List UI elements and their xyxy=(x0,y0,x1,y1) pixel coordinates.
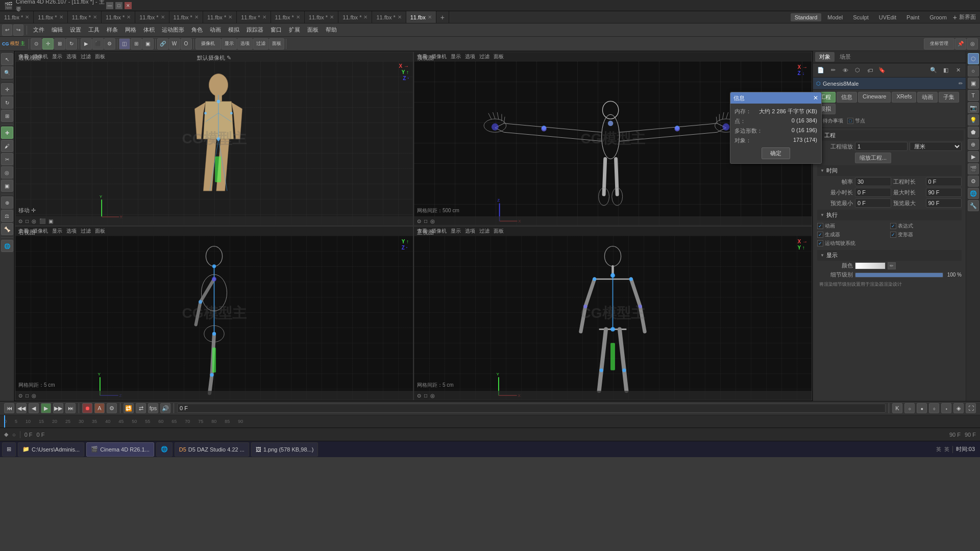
expr-checkbox[interactable]: ✓ xyxy=(890,223,896,229)
tool-rotate2[interactable]: ↻ xyxy=(1,96,13,109)
attr-tab-info[interactable]: 信息 xyxy=(837,92,857,103)
transport-key2[interactable]: ⬦ xyxy=(904,403,915,413)
taskbar-browser[interactable]: 🌐 xyxy=(156,442,173,457)
taskbar-c4d[interactable]: 🎬 Cinema 4D R26.1... xyxy=(86,442,154,457)
cam-filter[interactable]: 过滤 xyxy=(253,38,268,49)
timeline-playhead[interactable] xyxy=(4,415,5,428)
render-settings-btn[interactable]: ⚙ xyxy=(104,38,115,49)
rs-icon-anim[interactable]: ▶ xyxy=(968,151,979,162)
execute-section-header[interactable]: ▼ 执行 xyxy=(817,210,962,220)
transport-start[interactable]: ⏮ xyxy=(4,403,14,413)
vp-tr-filter[interactable]: 过滤 xyxy=(478,53,491,60)
menu-spline[interactable]: 样条 xyxy=(104,26,121,34)
transport-auto[interactable]: A xyxy=(94,403,105,413)
tab-10[interactable]: 11.fbx * ✕ xyxy=(305,11,338,23)
tool-paint[interactable]: 🖌 xyxy=(1,140,13,152)
info-close-btn[interactable]: ✕ xyxy=(813,94,818,102)
rs-icon-text[interactable]: T xyxy=(968,90,979,101)
rs-icon-globe[interactable]: 🌐 xyxy=(968,188,979,199)
display-iso[interactable]: ▣ xyxy=(142,38,154,49)
transport-key6[interactable]: ◈ xyxy=(953,403,964,413)
min-input[interactable] xyxy=(855,188,891,197)
anim-checkbox[interactable]: ✓ xyxy=(817,223,823,229)
menu-mesh[interactable]: 网格 xyxy=(122,26,139,34)
vp-tr-panel[interactable]: 面板 xyxy=(493,53,505,60)
menu-volume[interactable]: 体积 xyxy=(140,26,158,34)
menu-tools[interactable]: 工具 xyxy=(85,26,103,34)
menu-edit[interactable]: 编辑 xyxy=(48,26,66,34)
search-obj-icon[interactable]: 🔍 xyxy=(928,65,939,76)
undo-btn[interactable]: ↩ xyxy=(2,24,12,36)
menu-ext[interactable]: 扩展 xyxy=(286,26,303,34)
menu-char[interactable]: 角色 xyxy=(188,26,206,34)
rs-icon-render[interactable]: 🎬 xyxy=(968,163,979,174)
start-btn[interactable]: ⊞ xyxy=(2,442,16,457)
info-dialog-header[interactable]: 信息 ✕ xyxy=(730,92,821,104)
tool-scale[interactable]: ⊞ xyxy=(54,38,65,49)
tab-7[interactable]: 11.fbx * ✕ xyxy=(203,11,237,23)
transport-fullscreen[interactable]: ⛶ xyxy=(966,403,976,413)
deform-checkbox[interactable]: ✓ xyxy=(890,232,896,238)
cam-panel[interactable]: 面板 xyxy=(269,38,284,49)
tab-active[interactable]: 11.fbx ✕ xyxy=(406,11,436,23)
timeline-ruler[interactable]: 0 5 10 15 20 25 30 35 40 45 50 55 60 65 … xyxy=(0,415,980,428)
color-edit-btn[interactable]: ✏ xyxy=(888,262,896,269)
tool-joint[interactable]: ⊕ xyxy=(1,196,13,209)
viewport-front[interactable]: 查看 摄像机 显示 选项 过滤 面板 正视图 X → Y ↑ xyxy=(413,226,812,400)
tab-object[interactable]: 对象 xyxy=(815,52,835,62)
rs-icon-sphere[interactable]: ○ xyxy=(968,65,979,77)
max-input[interactable] xyxy=(926,188,962,197)
input-indicator[interactable]: 英 xyxy=(944,446,949,453)
menu-window[interactable]: 窗口 xyxy=(267,26,285,34)
vp-br-panel[interactable]: 面板 xyxy=(493,228,505,235)
rs-icon-light[interactable]: 💡 xyxy=(968,114,979,126)
display-wire[interactable]: ⊞ xyxy=(131,38,142,49)
attr-tab-xrefs[interactable]: XRefs xyxy=(892,92,916,103)
paint-tab[interactable]: Paint xyxy=(902,13,923,21)
transport-next[interactable]: ▶▶ xyxy=(53,403,63,413)
obj-settings-icon[interactable]: ✏ xyxy=(959,81,963,86)
coord-mgr[interactable]: 坐标管理 xyxy=(924,38,954,49)
color-swatch[interactable] xyxy=(855,262,886,269)
minimize-button[interactable]: — xyxy=(106,2,113,9)
display-gouraud[interactable]: ◫ xyxy=(119,38,130,49)
object-icon[interactable]: ⬡ xyxy=(852,65,863,76)
menu-anim[interactable]: 动画 xyxy=(207,26,224,34)
taskbar-file-explorer[interactable]: 📁 C:\Users\Adminis... xyxy=(18,442,84,457)
taskbar-img[interactable]: 🖼 1.png (578 KB,98...) xyxy=(251,442,318,457)
tool-rotate[interactable]: ↻ xyxy=(66,38,77,49)
transport-key4[interactable]: ⬨ xyxy=(929,403,939,413)
transport-loop[interactable]: 🔁 xyxy=(124,403,134,413)
snap-settings[interactable]: 📌 xyxy=(955,38,966,49)
tab-add[interactable]: + xyxy=(436,11,449,23)
transport-end[interactable]: ⏭ xyxy=(65,403,76,413)
viewport-solo[interactable]: ◎ xyxy=(967,38,978,49)
gen-check-row[interactable]: ✓ 生成器 xyxy=(817,231,889,238)
rs-icon-settings[interactable]: ⚙ xyxy=(968,176,979,187)
scale-unit-select[interactable]: 厘米 xyxy=(910,142,962,151)
tool-search[interactable]: 🔍 xyxy=(1,66,13,79)
snap-btn[interactable]: 🔗 xyxy=(157,38,168,49)
deform-check-row[interactable]: ✓ 变形器 xyxy=(890,231,962,238)
fps-input[interactable] xyxy=(855,177,891,186)
tool-move[interactable]: ✛ xyxy=(42,38,54,49)
tool-add-obj[interactable]: ✚ xyxy=(1,127,13,139)
scale-project-btn[interactable]: 缩放工程... xyxy=(855,153,891,163)
tab-6[interactable]: 11.fbx * ✕ xyxy=(169,11,203,23)
menu-help[interactable]: 帮助 xyxy=(323,26,340,34)
axis-world[interactable]: W xyxy=(169,38,180,49)
rs-icon-poly[interactable]: ▣ xyxy=(968,78,979,89)
tab-2[interactable]: 11.fbx * ✕ xyxy=(34,11,67,23)
tool-knife[interactable]: ✂ xyxy=(1,153,13,165)
tab-5[interactable]: 11.fbx * ✕ xyxy=(135,11,169,23)
lod-bar[interactable] xyxy=(855,272,943,278)
redo-btn[interactable]: ↪ xyxy=(13,24,23,36)
motion-check-row[interactable]: ✓ 运动驾驶系统 xyxy=(817,240,962,247)
file-icon[interactable]: 📄 xyxy=(815,65,826,76)
status-diamond[interactable]: ◆ xyxy=(4,431,8,438)
menu-mograph[interactable]: 运动图形 xyxy=(159,26,187,34)
attr-tab-anim[interactable]: 动画 xyxy=(917,92,938,103)
tab-12[interactable]: 11.fbx * ✕ xyxy=(372,11,406,23)
render-view-btn[interactable]: ▶ xyxy=(81,38,92,49)
tool-ik[interactable]: 🦴 xyxy=(1,223,13,235)
